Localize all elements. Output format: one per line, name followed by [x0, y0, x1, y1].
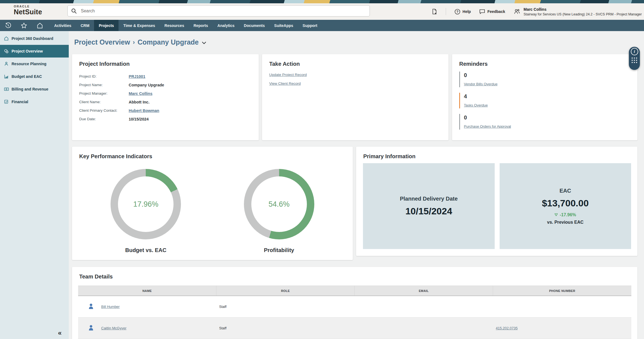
reminder-link[interactable]: Purchase Orders for Approval: [464, 124, 511, 129]
nav-tab-crm[interactable]: CRM: [76, 20, 94, 31]
eac-tile: EAC $13,700.00 -17.96% vs. Previous EAC: [500, 163, 631, 249]
user-name: Marc Collins: [524, 7, 642, 12]
global-search[interactable]: [67, 5, 370, 17]
chart-icon: [3, 73, 9, 80]
column-header-name: NAME: [78, 286, 216, 296]
nav-tab-projects[interactable]: Projects: [94, 20, 119, 31]
reminder-link[interactable]: Tasks Overdue: [464, 103, 488, 107]
info-row-project-name: Project Name:Company Upgrade: [79, 81, 252, 89]
breadcrumb-current[interactable]: Company Upgrade: [137, 38, 199, 46]
nav-tab-resources[interactable]: Resources: [160, 20, 189, 31]
nav-tab-reports[interactable]: Reports: [189, 20, 213, 31]
donut-chart: 17.96%: [111, 169, 181, 239]
sidebar-item-budget-and-eac[interactable]: Budget and EAC: [0, 70, 69, 83]
team-member-link[interactable]: Caitlin McGyver: [101, 326, 126, 330]
info-row-project-id: Project ID:PRJ1001: [79, 72, 252, 81]
sidebar-item-resource-planning[interactable]: Resource Planning: [0, 58, 69, 70]
feedback-button[interactable]: Feedback: [479, 9, 505, 14]
team-name-cell: Bill Humber: [78, 296, 216, 317]
decorative-banner: [0, 0, 644, 3]
users-icon: [514, 9, 520, 15]
card-title: Primary Information: [363, 153, 630, 160]
card-title: Team Details: [79, 274, 630, 280]
team-role-cell: Staff: [216, 296, 355, 317]
nav-tab-suiteapps[interactable]: SuiteApps: [269, 20, 298, 31]
assistant-pill[interactable]: i: [629, 47, 640, 70]
search-input[interactable]: [80, 8, 346, 14]
netsuite-wordmark: NetSuite: [14, 9, 42, 15]
main-content: Project Overview › Company Upgrade Proje…: [69, 31, 644, 339]
team-email-cell: [355, 318, 493, 339]
netsuite-logo[interactable]: ORACLE NetSuite: [14, 5, 42, 15]
action-link-view-client-record[interactable]: View Client Record: [269, 81, 301, 86]
sidebar: Project 360 DashboardProject OverviewRes…: [0, 31, 69, 339]
header-actions: ? Help Feedback Marc Collins: [432, 3, 642, 20]
decrease-triangle-icon: [554, 213, 558, 216]
donut-center-value: 17.96%: [111, 169, 181, 239]
sidebar-item-financial[interactable]: Financial: [0, 95, 69, 108]
shortcuts-star-icon[interactable]: [16, 20, 32, 31]
feedback-label: Feedback: [487, 9, 505, 14]
eac-change: -17.96%: [554, 212, 576, 217]
column-header-role: ROLE: [216, 286, 355, 296]
info-icon[interactable]: i: [631, 48, 638, 55]
card-title: Reminders: [459, 61, 630, 67]
info-row-project-manager: Project Manager:Marc Collins: [79, 89, 252, 98]
team-phone-cell: [493, 296, 631, 317]
create-new-button[interactable]: [432, 9, 437, 15]
planned-delivery-tile: Planned Delivery Date 10/15/2024: [363, 163, 495, 249]
nav-tab-activities[interactable]: Activities: [49, 20, 76, 31]
collapse-sidebar-button[interactable]: «: [58, 329, 62, 337]
sidebar-item-label: Budget and EAC: [12, 74, 42, 79]
sidebar-item-project-overview[interactable]: Project Overview: [0, 45, 69, 58]
overview-icon: [3, 48, 9, 54]
user-info: Marc Collins Stairway for Services US (N…: [524, 7, 642, 16]
reminder-link[interactable]: Vendor Bills Overdue: [464, 82, 497, 86]
sidebar-item-label: Billing and Revenue: [12, 87, 48, 91]
info-value: Abbott Inc.: [129, 100, 150, 104]
sidebar-item-billing-and-revenue[interactable]: Billing and Revenue: [0, 83, 69, 95]
user-menu[interactable]: Marc Collins Stairway for Services US (N…: [514, 7, 642, 16]
sidebar-item-label: Resource Planning: [12, 62, 46, 66]
breadcrumb-parent[interactable]: Project Overview: [74, 38, 130, 46]
tile-label: EAC: [560, 188, 571, 194]
oracle-wordmark: ORACLE: [14, 5, 42, 8]
tile-value: $13,700.00: [542, 198, 589, 209]
column-header-email: EMAIL: [355, 286, 493, 296]
user-role: Stairway for Services US (New Leading) 2…: [524, 12, 642, 16]
recents-icon[interactable]: [0, 20, 16, 31]
reminder-count: 0: [464, 114, 630, 121]
sidebar-item-label: Financial: [12, 100, 28, 104]
kpi-chart-label: Profitability: [264, 247, 294, 253]
card-title: Key Performance Indicators: [79, 153, 346, 160]
nav-tab-support[interactable]: Support: [298, 20, 322, 31]
info-row-client-primary-contact: Client Primary Contact:Hubert Bowman: [79, 106, 252, 115]
nav-tab-analytics[interactable]: Analytics: [213, 20, 239, 31]
help-icon: ?: [455, 9, 460, 15]
nav-icons: [0, 20, 48, 31]
grid-dots-icon[interactable]: [632, 58, 637, 63]
team-member-link[interactable]: Bill Humber: [101, 305, 120, 309]
chevron-down-icon[interactable]: [202, 42, 206, 44]
feedback-icon: [479, 9, 485, 14]
team-role-cell: Staff: [216, 318, 355, 339]
info-label: Client Name:: [79, 100, 129, 104]
action-link-update-project-record[interactable]: Update Project Record: [269, 73, 307, 77]
info-value-link[interactable]: Marc Collins: [129, 91, 152, 96]
info-value-link[interactable]: Hubert Bowman: [129, 108, 159, 113]
eac-change-value: -17.96%: [560, 212, 576, 217]
team-table: NAMEROLEEMAILPHONE NUMBER Bill HumberSta…: [78, 286, 631, 339]
divider: [446, 8, 446, 15]
team-details-card: Team Details NAMEROLEEMAILPHONE NUMBER B…: [72, 267, 637, 339]
sidebar-item-label: Project Overview: [12, 49, 43, 53]
help-button[interactable]: ? Help: [455, 9, 471, 15]
team-row-bill-humber: Bill HumberStaff: [78, 296, 631, 318]
sidebar-item-project-360-dashboard[interactable]: Project 360 Dashboard: [0, 32, 69, 45]
home-icon[interactable]: [32, 20, 48, 31]
team-phone-link[interactable]: 415.202.0735: [496, 326, 518, 330]
nav-tab-documents[interactable]: Documents: [239, 20, 269, 31]
nav-tab-time-expenses[interactable]: Time & Expenses: [119, 20, 160, 31]
info-label: Client Primary Contact:: [79, 108, 129, 113]
person-icon: [87, 324, 95, 332]
info-value-link[interactable]: PRJ1001: [129, 74, 145, 79]
